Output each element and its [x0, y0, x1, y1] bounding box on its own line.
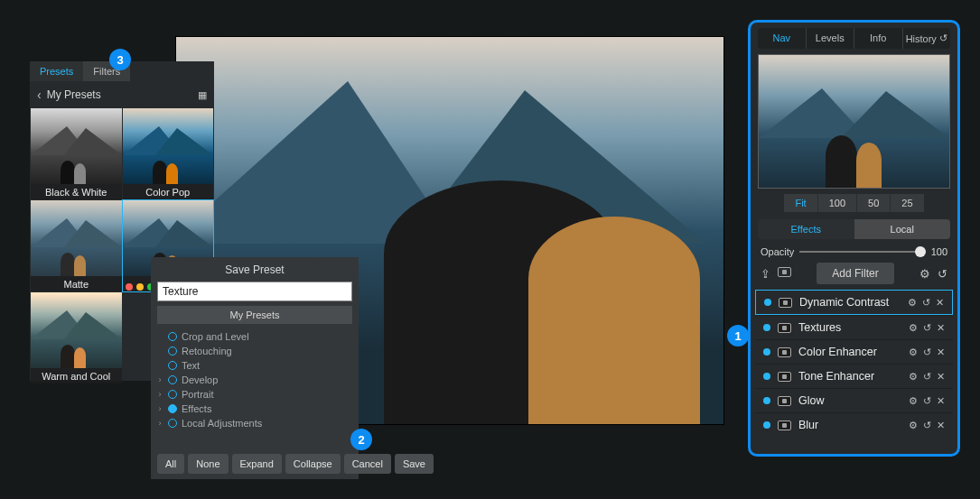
radio-icon[interactable] — [168, 390, 177, 399]
tab-levels[interactable]: Levels — [807, 28, 855, 49]
slider-thumb[interactable] — [915, 246, 926, 257]
radio-icon[interactable] — [168, 347, 177, 356]
gear-icon[interactable]: ⚙ — [909, 347, 918, 358]
mask-icon[interactable] — [778, 267, 791, 277]
close-icon[interactable]: ✕ — [937, 371, 945, 383]
tree-item[interactable]: ›Effects — [156, 402, 359, 416]
navigator-thumbnail[interactable] — [758, 54, 950, 189]
tree-item-label: Text — [182, 360, 200, 371]
reset-icon[interactable]: ↺ — [923, 322, 931, 334]
mask-icon[interactable] — [778, 323, 791, 333]
tree-item[interactable]: ›Local Adjustments — [156, 416, 359, 430]
tree-item[interactable]: Text — [156, 358, 359, 373]
radio-icon[interactable] — [168, 361, 177, 370]
tree-item[interactable]: ›Portrait — [156, 387, 359, 402]
gear-icon[interactable]: ⚙ — [919, 267, 930, 281]
undo-icon: ↺ — [939, 32, 947, 44]
dialog-cancel-button[interactable]: Cancel — [344, 454, 391, 474]
mask-icon[interactable] — [778, 347, 791, 357]
preset-item[interactable]: Color Pop — [123, 108, 214, 199]
dialog-none-button[interactable]: None — [188, 454, 228, 474]
grid-view-icon[interactable]: ▦ — [198, 89, 207, 101]
radio-icon[interactable] — [168, 419, 177, 428]
reset-icon[interactable]: ↺ — [922, 297, 930, 309]
close-icon[interactable]: ✕ — [937, 420, 945, 431]
zoom-fit[interactable]: Fit — [784, 194, 817, 212]
back-icon[interactable]: ‹ — [37, 88, 42, 102]
gear-icon[interactable]: ⚙ — [908, 297, 917, 309]
mask-icon[interactable] — [778, 396, 791, 406]
filters-list: Dynamic Contrast⚙↺✕Textures⚙↺✕Color Enha… — [755, 290, 953, 437]
close-icon[interactable]: ✕ — [937, 395, 945, 407]
dialog-all-button[interactable]: All — [157, 454, 184, 474]
export-icon[interactable]: ⇪ — [761, 267, 770, 281]
tree-item-label: Portrait — [182, 389, 213, 400]
preset-item[interactable]: Warm and Cool — [31, 292, 122, 383]
tab-presets[interactable]: Presets — [30, 61, 83, 81]
reset-icon[interactable]: ↺ — [923, 371, 931, 383]
filter-item[interactable]: Tone Enhancer⚙↺✕ — [755, 364, 953, 388]
zoom-100[interactable]: 100 — [818, 194, 857, 212]
zoom-25[interactable]: 25 — [891, 194, 923, 212]
tab-info[interactable]: Info — [854, 28, 903, 49]
gear-icon[interactable]: ⚙ — [909, 371, 918, 383]
preset-item[interactable]: Black & White — [31, 108, 122, 199]
tab-effects[interactable]: Effects — [758, 219, 854, 239]
visibility-dot[interactable] — [763, 421, 770, 429]
preset-label: Matte — [31, 276, 122, 291]
reset-icon[interactable]: ↺ — [923, 420, 931, 431]
reset-icon[interactable]: ↺ — [938, 267, 947, 281]
close-icon[interactable]: ✕ — [937, 322, 945, 334]
opacity-slider[interactable] — [799, 251, 925, 253]
filter-name: Color Enhancer — [798, 346, 901, 358]
mask-icon[interactable] — [778, 372, 791, 382]
visibility-dot[interactable] — [764, 299, 771, 306]
opacity-value: 100 — [931, 246, 947, 257]
visibility-dot[interactable] — [763, 324, 770, 331]
radio-icon[interactable] — [168, 332, 177, 341]
chevron-right-icon[interactable]: › — [156, 404, 163, 413]
dialog-expand-button[interactable]: Expand — [232, 454, 282, 474]
tree-item[interactable]: ›Develop — [156, 373, 359, 387]
tab-nav[interactable]: Nav — [758, 28, 807, 49]
radio-icon[interactable] — [168, 375, 177, 384]
mask-icon[interactable] — [779, 298, 792, 308]
preset-label: Black & White — [31, 184, 122, 199]
tab-local[interactable]: Local — [854, 219, 951, 239]
add-filter-button[interactable]: Add Filter — [817, 263, 893, 284]
dialog-save-button[interactable]: Save — [395, 454, 434, 474]
annotation-badge-2: 2 — [350, 429, 372, 450]
visibility-dot[interactable] — [763, 373, 770, 380]
group-dropdown[interactable]: My Presets — [157, 306, 352, 324]
filter-item[interactable]: Textures⚙↺✕ — [755, 315, 953, 339]
filter-name: Dynamic Contrast — [799, 296, 901, 309]
filter-item[interactable]: Blur⚙↺✕ — [755, 412, 953, 437]
gear-icon[interactable]: ⚙ — [909, 395, 918, 407]
dialog-collapse-button[interactable]: Collapse — [285, 454, 341, 474]
gear-icon[interactable]: ⚙ — [909, 322, 918, 334]
visibility-dot[interactable] — [763, 348, 770, 356]
filter-item[interactable]: Glow⚙↺✕ — [755, 388, 953, 412]
chevron-right-icon[interactable]: › — [156, 375, 163, 384]
reset-icon[interactable]: ↺ — [923, 347, 931, 358]
chevron-right-icon[interactable]: › — [156, 419, 163, 428]
preset-item[interactable]: Matte — [31, 200, 122, 291]
tab-history[interactable]: History ↺ — [903, 28, 951, 49]
visibility-dot[interactable] — [763, 397, 770, 404]
tree-item[interactable]: Crop and Level — [156, 329, 359, 344]
filter-tabs: Effects Local — [758, 219, 950, 239]
filter-item[interactable]: Color Enhancer⚙↺✕ — [755, 339, 953, 364]
filter-name: Textures — [798, 321, 901, 334]
radio-icon[interactable] — [168, 404, 177, 413]
tree-item[interactable]: Retouching — [156, 344, 359, 358]
preset-name-input[interactable] — [157, 282, 352, 301]
mask-icon[interactable] — [778, 420, 791, 430]
filter-item[interactable]: Dynamic Contrast⚙↺✕ — [755, 290, 953, 315]
close-icon[interactable]: ✕ — [936, 297, 944, 309]
zoom-50[interactable]: 50 — [857, 194, 891, 212]
close-icon[interactable]: ✕ — [937, 347, 945, 358]
gear-icon[interactable]: ⚙ — [909, 420, 918, 431]
reset-icon[interactable]: ↺ — [923, 395, 931, 407]
presets-group-title: My Presets — [47, 88, 192, 101]
chevron-right-icon[interactable]: › — [156, 390, 163, 399]
